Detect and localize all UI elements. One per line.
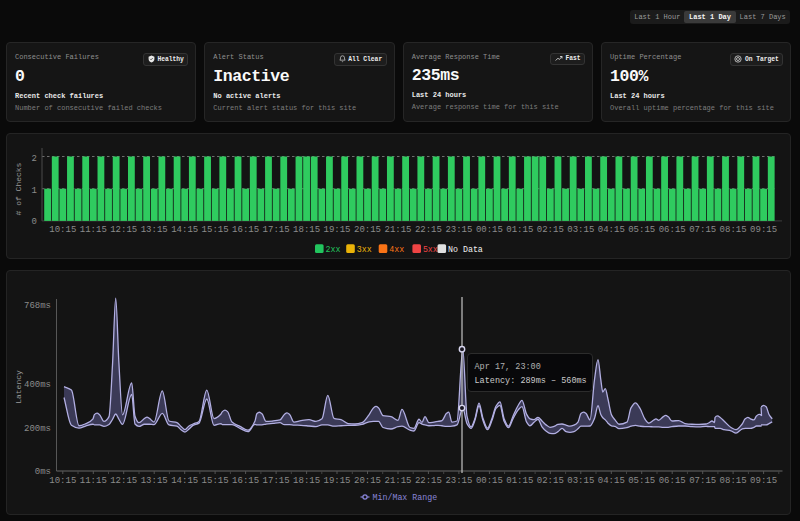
svg-text:07:15: 07:15 xyxy=(689,476,716,486)
svg-text:5xx: 5xx xyxy=(423,245,438,254)
svg-text:08:15: 08:15 xyxy=(720,476,747,486)
svg-text:768ms: 768ms xyxy=(24,301,51,311)
svg-text:22:15: 22:15 xyxy=(415,225,442,235)
svg-text:23:15: 23:15 xyxy=(445,476,472,486)
svg-text:05:15: 05:15 xyxy=(628,476,655,486)
svg-text:04:15: 04:15 xyxy=(598,476,625,486)
svg-text:11:15: 11:15 xyxy=(80,476,107,486)
svg-text:10:15: 10:15 xyxy=(49,225,76,235)
svg-text:06:15: 06:15 xyxy=(659,225,686,235)
svg-text:13:15: 13:15 xyxy=(141,225,168,235)
svg-text:18:15: 18:15 xyxy=(293,225,320,235)
svg-text:19:15: 19:15 xyxy=(323,476,350,486)
svg-text:17:15: 17:15 xyxy=(263,476,290,486)
svg-text:01:15: 01:15 xyxy=(506,476,533,486)
svg-text:14:15: 14:15 xyxy=(171,476,198,486)
svg-text:06:15: 06:15 xyxy=(659,476,686,486)
svg-text:12:15: 12:15 xyxy=(110,225,137,235)
svg-text:09:15: 09:15 xyxy=(750,476,777,486)
svg-text:21:15: 21:15 xyxy=(384,225,411,235)
svg-text:13:15: 13:15 xyxy=(141,476,168,486)
svg-text:21:15: 21:15 xyxy=(384,476,411,486)
svg-text:04:15: 04:15 xyxy=(598,225,625,235)
svg-text:16:15: 16:15 xyxy=(232,225,259,235)
svg-text:01:15: 01:15 xyxy=(506,225,533,235)
svg-text:09:15: 09:15 xyxy=(750,225,777,235)
svg-text:20:15: 20:15 xyxy=(354,225,381,235)
svg-text:200ms: 200ms xyxy=(24,424,51,434)
svg-text:03:15: 03:15 xyxy=(567,476,594,486)
svg-text:08:15: 08:15 xyxy=(720,225,747,235)
svg-text:# of Checks: # of Checks xyxy=(14,162,23,215)
svg-text:2xx: 2xx xyxy=(326,245,341,254)
svg-text:00:15: 00:15 xyxy=(476,476,503,486)
svg-text:20:15: 20:15 xyxy=(354,476,381,486)
svg-text:10:15: 10:15 xyxy=(49,476,76,486)
svg-text:23:15: 23:15 xyxy=(445,225,472,235)
svg-text:No Data: No Data xyxy=(448,245,483,254)
svg-text:12:15: 12:15 xyxy=(110,476,137,486)
svg-text:400ms: 400ms xyxy=(24,380,51,390)
svg-text:19:15: 19:15 xyxy=(323,225,350,235)
svg-text:03:15: 03:15 xyxy=(567,225,594,235)
svg-text:3xx: 3xx xyxy=(357,245,372,254)
svg-text:00:15: 00:15 xyxy=(476,225,503,235)
svg-text:18:15: 18:15 xyxy=(293,476,320,486)
svg-text:4xx: 4xx xyxy=(389,245,404,254)
svg-text:05:15: 05:15 xyxy=(628,225,655,235)
svg-text:15:15: 15:15 xyxy=(202,225,229,235)
svg-text:22:15: 22:15 xyxy=(415,476,442,486)
svg-text:2: 2 xyxy=(32,154,37,164)
svg-text:17:15: 17:15 xyxy=(263,225,290,235)
svg-text:Min/Max Range: Min/Max Range xyxy=(373,493,438,502)
svg-text:11:15: 11:15 xyxy=(80,225,107,235)
svg-text:1: 1 xyxy=(32,186,37,196)
svg-text:07:15: 07:15 xyxy=(689,225,716,235)
svg-text:15:15: 15:15 xyxy=(202,476,229,486)
svg-text:02:15: 02:15 xyxy=(537,476,564,486)
svg-text:14:15: 14:15 xyxy=(171,225,198,235)
svg-text:Latency: Latency xyxy=(14,370,23,404)
svg-text:0: 0 xyxy=(32,217,37,227)
svg-text:02:15: 02:15 xyxy=(537,225,564,235)
svg-text:16:15: 16:15 xyxy=(232,476,259,486)
